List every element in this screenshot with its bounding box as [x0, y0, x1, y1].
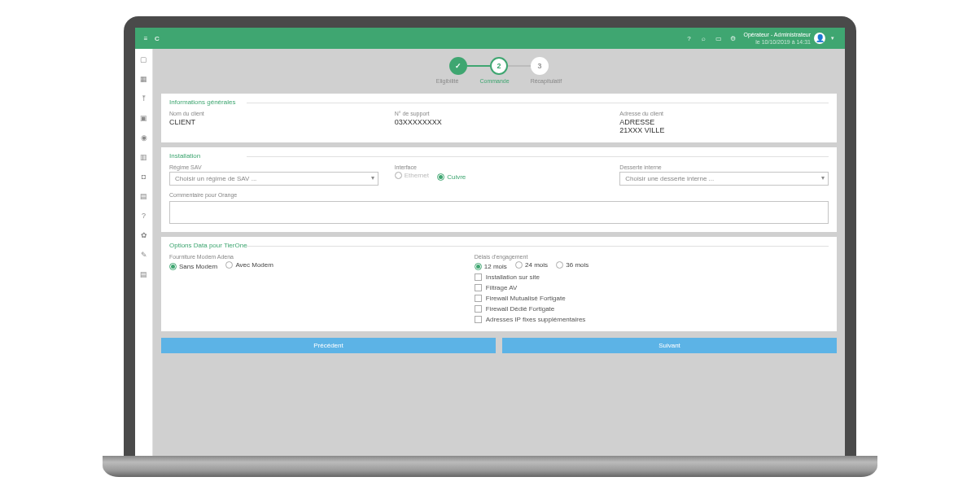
step-3-label: Récapitulatif [531, 78, 562, 84]
panel-installation: Installation Régime SAV Choisir un régim… [161, 147, 837, 232]
engage-12-radio[interactable]: 12 mois [475, 263, 507, 270]
sidebar-ticket-icon[interactable]: ◘ [138, 171, 150, 182]
step-2[interactable]: 2 [490, 57, 508, 75]
settings-icon[interactable]: ⚙ [726, 35, 741, 42]
engage-24-radio[interactable]: 24 mois [515, 261, 548, 269]
next-button[interactable]: Suivant [502, 338, 837, 353]
sidebar-calendar-icon[interactable]: ▣ [138, 112, 150, 124]
app-screen: ≡ C ? ⌕ ▭ ⚙ Opérateur - Administrateur l… [135, 28, 845, 456]
user-name: Opérateur - Administrateur [744, 31, 811, 38]
legend-general: Informations générales [169, 98, 829, 106]
modem-avec-radio[interactable]: Avec Modem [225, 261, 273, 269]
client-address-label: Adresse du client [619, 111, 829, 116]
step-1-label: Eligibilité [436, 78, 459, 84]
user-sub: le 10/10/2019 à 14:31 [744, 38, 811, 46]
modem-label: Fourniture Modem Adena [169, 254, 442, 260]
main-content: ✓ 2 3 Eligibilité Commande Récapitulatif [153, 49, 845, 456]
client-address-value-2: 21XXX VILLE [619, 126, 829, 134]
sidebar: ▢ ▦ ⤒ ▣ ◉ ▥ ◘ ▤ ? ✿ ✎ ▤ [135, 49, 153, 456]
step-3[interactable]: 3 [531, 57, 549, 75]
comment-textarea[interactable] [169, 201, 829, 224]
sidebar-monitor-icon[interactable]: ▢ [138, 54, 150, 65]
stepper: ✓ 2 3 Eligibilité Commande Récapitulatif [153, 49, 845, 89]
chk-filtrage-av[interactable]: Filtrage AV [475, 284, 829, 291]
app-logo: C [155, 35, 160, 42]
prev-button[interactable]: Précédent [161, 338, 496, 353]
client-address-value-1: ADRESSE [619, 118, 829, 126]
nav-buttons: Précédent Suivant [161, 338, 837, 353]
desserte-label: Desserte interne [619, 164, 829, 170]
legend-options: Options Data pour TierOne [169, 242, 829, 249]
sidebar-chart-icon[interactable]: ▥ [138, 151, 150, 163]
engage-36-radio[interactable]: 36 mois [556, 261, 588, 269]
sidebar-edit-icon[interactable]: ✎ [138, 249, 150, 260]
support-number-label: N° de support [395, 111, 604, 116]
top-bar: ≡ C ? ⌕ ▭ ⚙ Opérateur - Administrateur l… [135, 28, 845, 49]
sav-label: Régime SAV [169, 164, 378, 170]
chk-install-site[interactable]: Installation sur site [475, 273, 829, 281]
modem-sans-radio[interactable]: Sans Modem [169, 263, 217, 270]
interface-ethernet-radio[interactable]: Ethernet [395, 172, 429, 179]
comment-label: Commentaire pour Orange [169, 192, 829, 198]
menu-icon[interactable]: ≡ [140, 35, 151, 42]
sidebar-globe-icon[interactable]: ◉ [138, 132, 150, 143]
interface-label: Interface [395, 164, 604, 170]
sidebar-building-icon[interactable]: ▤ [138, 190, 150, 202]
sidebar-help-icon[interactable]: ? [138, 210, 150, 221]
interface-cuivre-radio[interactable]: Cuivre [437, 173, 466, 181]
sidebar-gear-icon[interactable]: ✿ [138, 230, 150, 241]
sav-select[interactable]: Choisir un régime de SAV ... [169, 172, 378, 186]
panel-general-info: Informations générales Nom du client CLI… [161, 94, 837, 142]
panel-options: Options Data pour TierOne Fourniture Mod… [161, 237, 837, 331]
search-icon[interactable]: ⌕ [697, 35, 711, 42]
chevron-down-icon[interactable]: ▾ [825, 35, 840, 42]
laptop-base [103, 456, 877, 477]
legend-installation: Installation [169, 152, 829, 160]
user-avatar-icon[interactable]: 👤 [814, 33, 825, 44]
desserte-select[interactable]: Choisir une desserte interne ... [619, 172, 829, 186]
chat-icon[interactable]: ▭ [711, 35, 726, 42]
chk-firewall-dedie[interactable]: Firewall Dédié Fortigate [475, 305, 829, 313]
sidebar-upload-icon[interactable]: ⤒ [138, 93, 150, 104]
step-2-label: Commande [479, 78, 509, 84]
support-number-value: 03XXXXXXXX [395, 118, 604, 126]
chk-firewall-mutualise[interactable]: Firewall Mutualisé Fortigate [475, 295, 829, 302]
client-name-value: CLIENT [169, 118, 378, 126]
sidebar-folder-icon[interactable]: ▦ [138, 73, 150, 85]
chk-ip-fixes[interactable]: Adresses IP fixes supplémentaires [475, 316, 829, 323]
engagement-label: Délais d'engagement [475, 254, 829, 260]
user-info: Opérateur - Administrateur le 10/10/2019… [744, 31, 811, 46]
help-icon[interactable]: ? [682, 35, 697, 42]
client-name-label: Nom du client [169, 111, 378, 116]
step-1[interactable]: ✓ [449, 57, 467, 75]
sidebar-list-icon[interactable]: ▤ [138, 269, 150, 280]
